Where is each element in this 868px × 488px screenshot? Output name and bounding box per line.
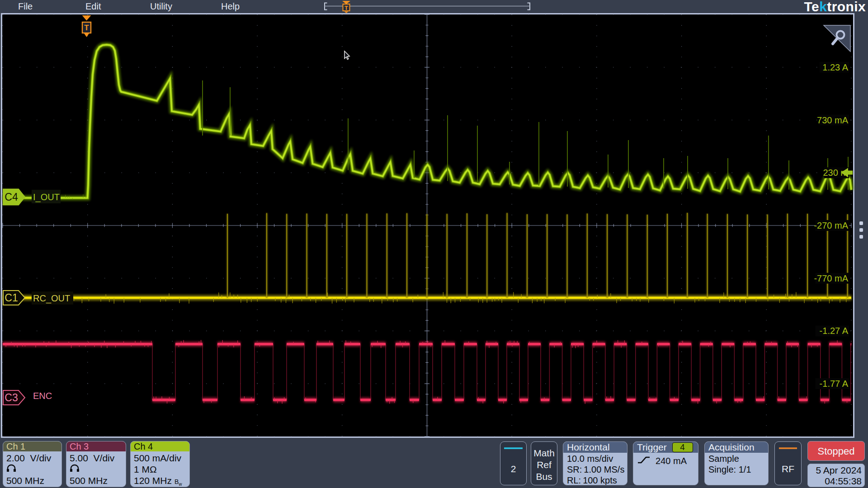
svg-text:1.23 A: 1.23 A: [822, 62, 848, 72]
svg-text:-1.77 A: -1.77 A: [820, 379, 849, 389]
svg-text:-770 mA: -770 mA: [814, 273, 848, 283]
svg-text:C3: C3: [5, 392, 18, 404]
svg-text:C1: C1: [5, 292, 18, 304]
svg-text:I_OUT: I_OUT: [33, 192, 60, 202]
svg-text:RC_OUT: RC_OUT: [33, 293, 70, 304]
svg-text:-1.27 A: -1.27 A: [820, 326, 849, 336]
svg-text:C4: C4: [5, 191, 18, 203]
svg-text:ENC: ENC: [33, 391, 52, 401]
svg-text:-270 mA: -270 mA: [814, 221, 848, 230]
svg-text:730 mA: 730 mA: [817, 115, 849, 125]
svg-text:T: T: [84, 23, 89, 32]
